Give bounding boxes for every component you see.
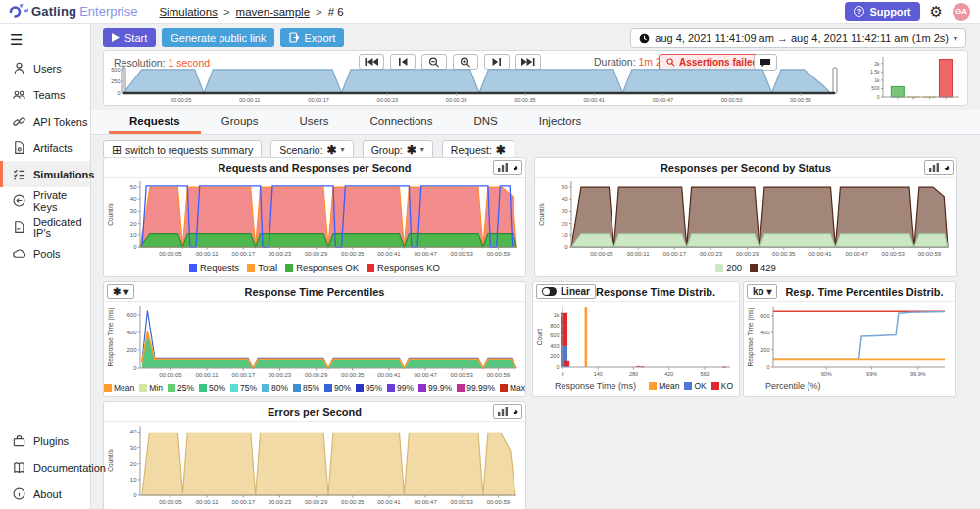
legend-item[interactable]: 75% [230,383,257,393]
bar-chart-icon [497,406,509,417]
breadcrumb-simulations[interactable]: Simulations [159,6,217,18]
legend-item[interactable]: 50% [199,383,225,393]
gear-icon[interactable]: ⚙ [930,4,943,19]
responses-by-status-chart[interactable]: 0102030405000:00:0500:00:1100:00:1700:00… [535,178,956,260]
legend-swatch [387,384,395,392]
svg-text:400: 400 [550,343,559,349]
tab-groups[interactable]: Groups [201,110,279,134]
chart-type-toggle[interactable]: ◕ [493,404,522,419]
svg-text:0: 0 [133,244,137,250]
start-button[interactable]: Start [103,28,156,47]
svg-text:280: 280 [629,371,638,377]
svg-text:00:00:11: 00:00:11 [196,372,220,378]
legend-item[interactable]: Max [500,383,525,393]
legend-swatch [367,264,374,272]
tab-users[interactable]: Users [279,110,350,134]
tab-connections[interactable]: Connections [350,110,454,134]
legend-item[interactable]: 25% [168,383,194,393]
response-time-distribution-chart[interactable]: 02004006008001k0140280420560Count [533,302,739,379]
legend-item[interactable]: Total [247,262,277,273]
legend-item[interactable]: 429 [750,262,776,273]
support-button[interactable]: ? Support [845,2,919,21]
legend-item[interactable]: 99.99% [457,383,495,393]
legend-item[interactable]: KO [711,382,733,391]
sidebar-item-simulations[interactable]: Simulations [0,161,90,187]
svg-text:00:00:47: 00:00:47 [653,97,673,103]
ko-filter-dropdown[interactable]: ko ▾ [747,284,777,299]
date-range-dropdown[interactable]: aug 4, 2021 11:41:09 am → aug 4, 2021 11… [630,28,966,48]
legend-swatch [649,382,657,390]
legend-item[interactable]: OK [684,382,706,391]
percentiles-distribution-chart[interactable]: 020040060090%99%99.9%Response Time (ms) [744,302,956,379]
svg-text:1k: 1k [554,312,560,318]
legend-swatch [324,384,332,392]
main-content: Start Generate public link Export aug 4,… [91,24,980,509]
legend-item[interactable]: 90% [324,383,351,393]
breadcrumb: Simulations > maven-sample > # 6 [159,6,343,18]
svg-text:00:00:35: 00:00:35 [341,372,365,378]
legend-item[interactable]: 99.9% [418,383,452,393]
svg-text:2k: 2k [874,61,880,67]
run-toolbar: Start Generate public link Export [103,28,344,47]
breadcrumb-simulation[interactable]: maven-sample [236,6,310,18]
brand-suffix: Enterprise [79,4,137,19]
svg-text:600: 600 [760,313,769,319]
legend-item[interactable]: Mean [649,382,679,391]
svg-text:00:00:59: 00:00:59 [790,97,810,103]
top-header: Gatling Enterprise Simulations > maven-s… [0,0,980,24]
svg-text:00:00:11: 00:00:11 [627,251,651,257]
avatar[interactable]: GA [953,3,970,21]
legend-item[interactable]: 85% [293,383,319,393]
chart-legend: RequestsTotalResponses OKResponses KO [104,260,525,275]
tab-requests[interactable]: Requests [109,110,201,134]
sidebar-item-pools[interactable]: Pools [0,240,90,267]
sidebar-item-plugins[interactable]: Plugins [0,428,90,454]
sidebar-item-dedicated-ips[interactable]: IP Dedicated IP's [0,214,90,240]
asterisk-icon: ✱ [407,143,416,157]
svg-text:200: 200 [126,347,137,353]
panel-responses-by-status: Responses per Second by Status ◕ 0102030… [534,157,957,277]
requests-summary-mini-chart[interactable]: 05001k1.5k2k [861,53,963,105]
chart-type-toggle[interactable]: ◕ [493,160,522,175]
legend-swatch [104,384,112,392]
tab-dns[interactable]: DNS [453,110,517,134]
chart-type-toggle[interactable]: ◕ [924,160,954,175]
svg-text:00:00:17: 00:00:17 [232,251,256,257]
sidebar-item-artifacts[interactable]: Artifacts [0,134,90,161]
hamburger-menu-icon[interactable]: ☰ [0,24,90,55]
legend-swatch [247,264,255,272]
question-icon: ? [854,6,864,17]
legend-item[interactable]: Min [139,383,163,393]
legend-item[interactable]: 95% [356,383,382,393]
ip-file-icon: IP [12,220,26,234]
timeline-range-chart[interactable]: 025050000:00:0500:00:1100:00:1700:00:230… [108,64,845,105]
gatling-logo: Gatling Enterprise [0,4,137,19]
response-time-percentiles-chart[interactable]: 020040060000:00:0500:00:1100:00:1700:00:… [104,302,525,381]
legend-item[interactable]: 99% [387,383,414,393]
legend-item[interactable]: 200 [715,262,742,273]
sidebar-item-api-tokens[interactable]: API Tokens [0,108,90,134]
legend-item[interactable]: Responses KO [367,262,440,273]
percentile-filter-dropdown[interactable]: ✱ ▾ [107,284,134,299]
legend-item[interactable]: Responses OK [285,262,359,273]
svg-text:00:00:47: 00:00:47 [414,251,437,257]
svg-text:10: 10 [562,232,568,238]
svg-text:00:00:47: 00:00:47 [414,372,437,378]
panel-response-time-percentiles: ✱ ▾ Response Time Percentiles 0200400600… [103,281,526,397]
requests-responses-chart[interactable]: 0102030405000:00:0500:00:1100:00:1700:00… [104,178,525,260]
errors-per-second-chart[interactable]: 01020304000:00:0500:00:1100:00:1700:00:2… [104,422,525,508]
sidebar-item-about[interactable]: About [0,481,90,507]
sidebar-item-documentation[interactable]: Documentation [0,454,90,481]
svg-text:00:00:29: 00:00:29 [305,372,328,378]
sidebar-item-users[interactable]: Users [0,55,90,81]
tab-injectors[interactable]: Injectors [518,110,602,134]
export-button[interactable]: Export [280,28,344,47]
linear-scale-toggle[interactable]: Linear [536,284,596,299]
svg-text:00:00:41: 00:00:41 [377,372,401,378]
legend-item[interactable]: Requests [189,262,239,273]
legend-item[interactable]: Mean [104,383,134,393]
generate-public-link-button[interactable]: Generate public link [162,28,274,47]
sidebar-item-teams[interactable]: Teams [0,81,90,108]
sidebar-item-private-keys[interactable]: Private Keys [0,187,90,214]
legend-item[interactable]: 80% [262,383,288,393]
